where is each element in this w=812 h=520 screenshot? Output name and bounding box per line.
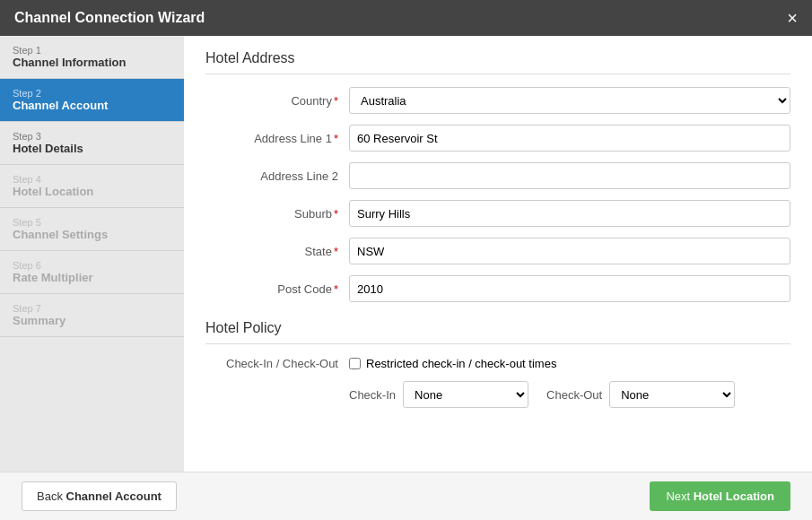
checkinout-times-row: Check-In None Check-Out None (205, 381, 790, 408)
checkin-group: Check-In None (349, 381, 528, 408)
checkinout-fields: Check-In None Check-Out None (349, 381, 790, 408)
sidebar-item-summary: Step 7 Summary (0, 294, 184, 337)
address2-row: Address Line 2 (205, 162, 790, 189)
hotel-address-title: Hotel Address (205, 50, 790, 74)
suburb-input[interactable] (349, 200, 790, 227)
sidebar-item-rate-multiplier: Step 6 Rate Multiplier (0, 251, 184, 294)
suburb-row: Suburb* (205, 200, 790, 227)
address2-input[interactable] (349, 162, 790, 189)
checkin-select[interactable]: None (403, 381, 528, 408)
sidebar-step-label-7: Step 7 (13, 303, 171, 314)
checkout-select[interactable]: None (609, 381, 735, 408)
sidebar-step-name-7: Summary (13, 314, 171, 327)
checkinout-label: Check-In / Check-Out (205, 357, 349, 370)
address1-label: Address Line 1* (205, 132, 349, 145)
checkout-group: Check-Out None (546, 381, 735, 408)
sidebar-step-name-2: Channel Account (13, 99, 171, 112)
main-content: Hotel Address Country* Australia Address… (184, 36, 812, 472)
back-button[interactable]: Back Channel Account (22, 481, 177, 511)
modal-header: Channel Connection Wizard × (0, 0, 812, 36)
modal-container: Channel Connection Wizard × Step 1 Chann… (0, 0, 812, 520)
address1-input[interactable] (349, 125, 790, 152)
state-label: State* (205, 245, 349, 258)
hotel-policy-title: Hotel Policy (205, 320, 790, 344)
sidebar-step-name-5: Channel Settings (13, 228, 171, 241)
sidebar-step-label-5: Step 5 (13, 217, 171, 228)
footer: Back Channel Account Next Hotel Location (0, 472, 812, 520)
modal-title: Channel Connection Wizard (14, 10, 205, 26)
sidebar-step-label-6: Step 6 (13, 260, 171, 271)
restricted-checkinout-checkbox[interactable] (349, 358, 361, 369)
sidebar-step-name-6: Rate Multiplier (13, 271, 171, 284)
sidebar-item-channel-account[interactable]: Step 2 Channel Account (0, 79, 184, 122)
sidebar-item-channel-information[interactable]: Step 1 Channel Information (0, 36, 184, 79)
sidebar-step-label-1: Step 1 (13, 45, 171, 56)
suburb-label: Suburb* (205, 207, 349, 221)
postcode-field (349, 275, 790, 302)
suburb-field (349, 200, 790, 227)
close-button[interactable]: × (787, 9, 798, 27)
sidebar-step-name-3: Hotel Details (13, 142, 171, 155)
country-row: Country* Australia (205, 87, 790, 114)
country-select[interactable]: Australia (349, 87, 790, 114)
address1-row: Address Line 1* (205, 125, 790, 152)
sidebar: Step 1 Channel Information Step 2 Channe… (0, 36, 184, 472)
sidebar-item-hotel-details[interactable]: Step 3 Hotel Details (0, 122, 184, 165)
country-field: Australia (349, 87, 790, 114)
checkin-label: Check-In (349, 388, 396, 402)
country-label: Country* (205, 94, 349, 108)
next-button[interactable]: Next Hotel Location (650, 481, 790, 511)
sidebar-item-channel-settings: Step 5 Channel Settings (0, 208, 184, 251)
sidebar-item-hotel-location: Step 4 Hotel Location (0, 165, 184, 208)
restricted-checkinout-text: Restricted check-in / check-out times (366, 357, 556, 370)
address1-field (349, 125, 790, 152)
sidebar-step-name-1: Channel Information (13, 56, 171, 69)
checkinout-checkbox-field: Restricted check-in / check-out times (349, 357, 790, 370)
modal-body: Step 1 Channel Information Step 2 Channe… (0, 36, 812, 472)
address2-field (349, 162, 790, 189)
postcode-row: Post Code* (205, 275, 790, 302)
address2-label: Address Line 2 (205, 169, 349, 183)
postcode-label: Post Code* (205, 282, 349, 296)
state-field (349, 238, 790, 264)
state-row: State* (205, 238, 790, 264)
sidebar-step-name-4: Hotel Location (13, 185, 171, 198)
checkinout-restricted-row: Check-In / Check-Out Restricted check-in… (205, 357, 790, 370)
sidebar-step-label-4: Step 4 (13, 174, 171, 185)
sidebar-step-label-3: Step 3 (13, 131, 171, 142)
state-input[interactable] (349, 238, 790, 264)
sidebar-step-label-2: Step 2 (13, 88, 171, 99)
postcode-input[interactable] (349, 275, 790, 302)
checkout-label: Check-Out (546, 388, 602, 402)
